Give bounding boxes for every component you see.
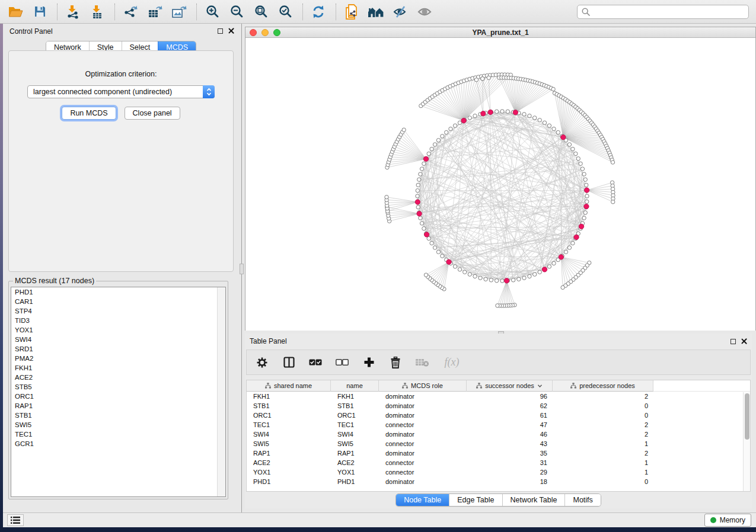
application-window: Control Panel NetworkStyleSelectMCDS Opt…	[3, 24, 756, 527]
minimize-window-icon[interactable]	[261, 29, 269, 36]
memory-button[interactable]: Memory	[704, 514, 751, 527]
delete-table-icon[interactable]	[415, 355, 429, 370]
mcds-result-item[interactable]: ORC1	[11, 392, 225, 401]
table-cell: dominator	[379, 412, 467, 419]
table-body: FKH1FKH1dominator962STB1STB1dominator620…	[247, 392, 750, 486]
task-history-button[interactable]	[7, 514, 24, 526]
tab-motifs[interactable]: Motifs	[564, 494, 600, 506]
table-settings-icon[interactable]	[255, 355, 269, 370]
show-graphics-details-icon[interactable]	[415, 3, 434, 21]
table-cell: 2	[553, 450, 653, 457]
mcds-result-item[interactable]: STB5	[11, 382, 225, 392]
open-file-icon[interactable]	[6, 3, 25, 21]
table-cell: 1	[553, 469, 653, 476]
criterion-dropdown[interactable]: largest connected component (undirected)	[27, 85, 215, 98]
mcds-result-item[interactable]: PMA2	[11, 354, 225, 363]
mcds-result-item[interactable]: ACE2	[11, 373, 225, 382]
table-row[interactable]: SWI4SWI4dominator462	[247, 430, 750, 439]
column-header-successor-nodes[interactable]: successor nodes	[467, 380, 553, 392]
search-input[interactable]	[593, 8, 748, 16]
mcds-result-item[interactable]: TID3	[11, 316, 225, 325]
close-panel-icon[interactable]	[228, 28, 234, 34]
table-row[interactable]: SWI5SWI5connector431	[247, 439, 750, 448]
float-panel-icon[interactable]	[218, 28, 223, 34]
export-network-icon[interactable]	[121, 3, 140, 21]
share-document-icon[interactable]	[342, 3, 361, 21]
mcds-result-item[interactable]: STB1	[11, 411, 225, 420]
mcds-result-item[interactable]: PHD1	[11, 287, 225, 297]
first-neighbors-icon[interactable]	[366, 3, 385, 21]
table-row[interactable]: STB1STB1dominator620	[247, 401, 750, 411]
add-row-icon[interactable]	[362, 355, 376, 370]
table-scrollbar[interactable]	[743, 392, 750, 491]
function-builder-icon[interactable]: f(x)	[442, 355, 462, 370]
optimization-criterion-label: Optimization criterion:	[9, 70, 233, 78]
mcds-result-item[interactable]: SWI4	[11, 335, 225, 344]
table-row[interactable]: RAP1RAP1dominator352	[247, 448, 750, 458]
zoom-fit-icon[interactable]	[251, 3, 270, 21]
close-window-icon[interactable]	[250, 29, 257, 36]
network-canvas[interactable]	[245, 38, 755, 331]
export-table-icon[interactable]	[145, 3, 164, 21]
mcds-result-item[interactable]: FKH1	[11, 363, 225, 373]
zoom-selected-icon[interactable]	[276, 3, 295, 21]
hide-graphics-details-icon[interactable]	[391, 3, 410, 21]
zoom-in-icon[interactable]	[203, 3, 222, 21]
import-network-icon[interactable]	[63, 3, 82, 21]
table-row[interactable]: YOX1YOX1connector291	[247, 467, 750, 477]
table-cell: YOX1	[331, 469, 379, 476]
vertical-splitter[interactable]	[239, 24, 245, 512]
float-table-panel-icon[interactable]	[731, 339, 736, 344]
table-cell: SWI5	[247, 440, 331, 447]
scrollbar-thumb[interactable]	[745, 393, 749, 440]
save-session-icon[interactable]	[30, 3, 49, 21]
network-window-titlebar[interactable]: YPA_prune.txt_1	[245, 27, 755, 38]
search-field[interactable]	[577, 5, 749, 19]
table-cell: 46	[467, 431, 553, 438]
mcds-result-item[interactable]: YOX1	[11, 325, 225, 335]
refresh-layout-icon[interactable]	[309, 3, 328, 21]
deselect-all-icon[interactable]	[335, 355, 349, 370]
table-cell: connector	[379, 469, 467, 476]
select-all-icon[interactable]	[308, 355, 323, 370]
list-scrollbar[interactable]	[217, 287, 225, 496]
table-cell: 96	[467, 393, 553, 400]
mcds-result-item[interactable]: GCR1	[11, 439, 225, 448]
delete-row-icon[interactable]	[388, 355, 403, 370]
mcds-result-item[interactable]: RAP1	[11, 401, 225, 411]
table-cell: 2	[553, 393, 653, 400]
mcds-result-item[interactable]: CAR1	[11, 297, 225, 306]
mcds-result-item[interactable]: STP4	[11, 306, 225, 316]
column-header-MCDS-role[interactable]: MCDS role	[379, 380, 467, 392]
tab-network-table[interactable]: Network Table	[502, 494, 565, 506]
table-row[interactable]: PHD1PHD1dominator180	[247, 477, 750, 486]
table-row[interactable]: ACE2ACE2connector311	[247, 458, 750, 467]
column-header-name[interactable]: name	[331, 380, 379, 392]
run-mcds-button[interactable]: Run MCDS	[62, 107, 116, 120]
close-table-panel-icon[interactable]	[741, 338, 747, 344]
show-columns-icon[interactable]	[282, 355, 296, 370]
mcds-result-list[interactable]: PHD1CAR1STP4TID3YOX1SWI4SRD1PMA2FKH1ACE2…	[11, 287, 226, 497]
table-cell: FKH1	[247, 393, 331, 400]
import-table-icon[interactable]	[88, 3, 107, 21]
splitter-grip[interactable]	[240, 264, 244, 274]
table-row[interactable]: ORC1ORC1dominator610	[247, 411, 750, 420]
column-header-predecessor-nodes[interactable]: predecessor nodes	[553, 380, 653, 392]
export-image-icon[interactable]	[170, 3, 189, 21]
tab-edge-table[interactable]: Edge Table	[449, 494, 502, 506]
table-cell: dominator	[379, 478, 467, 485]
mcds-result-item[interactable]: SWI5	[11, 420, 225, 430]
zoom-out-icon[interactable]	[227, 3, 246, 21]
table-row[interactable]: FKH1FKH1dominator962	[247, 392, 750, 401]
mcds-result-item[interactable]: SRD1	[11, 344, 225, 354]
table-row[interactable]: TEC1TEC1connector472	[247, 420, 750, 430]
maximize-window-icon[interactable]	[273, 29, 280, 36]
table-header-row: shared namenameMCDS rolesuccessor nodesp…	[247, 380, 750, 392]
table-cell: 1	[553, 459, 653, 466]
tab-node-table[interactable]: Node Table	[396, 494, 449, 506]
column-header-shared-name[interactable]: shared name	[247, 380, 331, 392]
close-panel-button[interactable]: Close panel	[125, 107, 180, 120]
network-window-title: YPA_prune.txt_1	[245, 27, 755, 38]
toolbar-separator	[302, 4, 303, 20]
mcds-result-item[interactable]: TEC1	[11, 430, 225, 439]
